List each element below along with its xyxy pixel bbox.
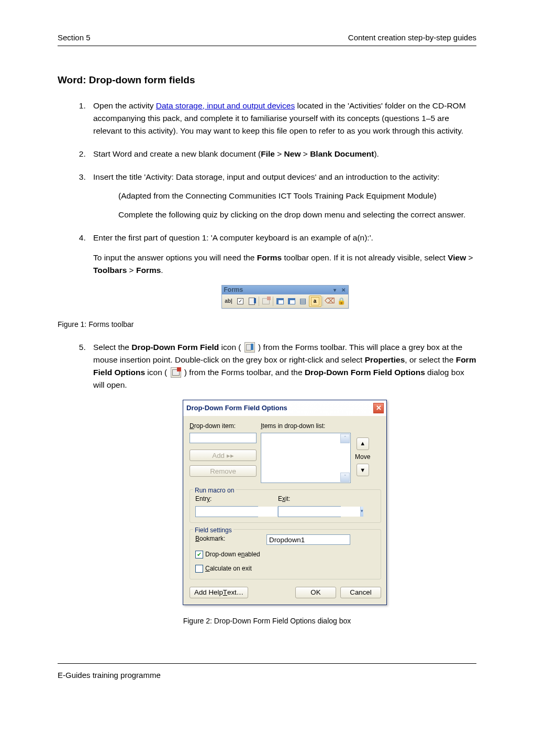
- step3-intro: Insert the title 'Activity: Data storage…: [93, 172, 440, 181]
- bookmark-label: Bookmark:: [195, 534, 262, 544]
- checkbox-checked-icon: ✔: [195, 551, 203, 558]
- toolbar-options-icon[interactable]: ▾: [331, 287, 339, 293]
- header-right: Content creation step-by-step guides: [348, 31, 476, 43]
- field-settings-group: Field settings Bookmark: ✔ Drop-down ena…: [190, 529, 381, 579]
- step2-a: Start Word and create a new blank docume…: [93, 149, 261, 158]
- steps-list-cont: Select the Drop-Down Form Field icon ( )…: [58, 341, 476, 605]
- dropdown-enabled-checkbox[interactable]: ✔ Drop-down enabled: [195, 550, 375, 560]
- dropdown-form-field-icon[interactable]: [246, 296, 258, 306]
- field-settings-label: Field settings: [193, 525, 233, 535]
- step1-text-pre: Open the activity: [93, 101, 156, 110]
- footer-rule: [58, 663, 476, 664]
- header-left: Section 5: [58, 31, 91, 43]
- footer-text: E-Guides training programme: [58, 669, 476, 681]
- move-label: Move: [355, 452, 370, 462]
- form-field-options-icon[interactable]: [260, 296, 272, 306]
- run-macro-group: Run macro on Entry: ▾ Exit: ▾: [190, 489, 381, 523]
- page-header: Section 5 Content creation step-by-step …: [58, 31, 476, 46]
- forms-toolbar-title: Forms: [224, 286, 243, 294]
- add-help-text-button[interactable]: Add Help Text…: [190, 587, 248, 598]
- scroll-down-icon[interactable]: ˅: [340, 473, 350, 482]
- step3-quote2: Complete the following quiz by clicking …: [118, 209, 476, 221]
- step4-line2: To input the answer options you will nee…: [93, 251, 476, 277]
- items-listbox[interactable]: ˄ ˅: [261, 433, 351, 483]
- entry-label: Entry:: [195, 494, 274, 504]
- checkbox-form-field-icon[interactable]: [235, 296, 246, 306]
- move-up-button[interactable]: ▲: [357, 437, 369, 450]
- forms-toolbar-body: ab| ▤ a ⌫ 🔒: [222, 294, 348, 308]
- menu-new: New: [284, 149, 301, 158]
- figure2-caption: Figure 2: Drop-Down Form Field Options d…: [58, 616, 476, 627]
- activity-link[interactable]: Data storage, input and output devices: [156, 101, 295, 110]
- step-4: Enter the first part of question 1: 'A c…: [88, 232, 476, 309]
- add-button[interactable]: Add ▸▸: [190, 450, 257, 461]
- step4-line1: Enter the first part of question 1: 'A c…: [93, 232, 476, 244]
- move-down-button[interactable]: ▼: [357, 464, 369, 476]
- dialog-titlebar: Drop-Down Form Field Options ✕: [183, 400, 386, 416]
- calculate-on-exit-checkbox[interactable]: Calculate on exit: [195, 564, 375, 574]
- forms-toolbar-titlebar: Forms ▾ ✕: [222, 286, 348, 294]
- forms-toolbar-figure: Forms ▾ ✕ ab| ▤ a: [93, 285, 476, 309]
- step-3: Insert the title 'Activity: Data storage…: [88, 171, 476, 221]
- page-title: Word: Drop-down form fields: [58, 72, 476, 87]
- bookmark-input[interactable]: [266, 534, 350, 545]
- form-field-options-icon: [171, 367, 181, 378]
- close-icon[interactable]: ✕: [373, 402, 384, 414]
- toolbar-separator: [259, 297, 259, 306]
- text-form-field-icon[interactable]: ab|: [223, 296, 235, 306]
- dialog-title: Drop-Down Form Field Options: [186, 403, 287, 413]
- entry-combo[interactable]: ▾: [195, 506, 258, 517]
- drop-down-item-input[interactable]: [190, 433, 257, 443]
- step-1: Open the activity Data storage, input an…: [88, 100, 476, 137]
- cancel-button[interactable]: Cancel: [340, 587, 381, 598]
- protect-form-icon[interactable]: 🔒: [336, 296, 347, 306]
- toolbar-close-icon[interactable]: ✕: [340, 287, 347, 293]
- reset-form-fields-icon[interactable]: ⌫: [324, 296, 336, 306]
- scroll-up-icon[interactable]: ˄: [340, 434, 350, 443]
- exit-label: Exit:: [278, 494, 341, 504]
- forms-toolbar: Forms ▾ ✕ ab| ▤ a: [221, 285, 349, 309]
- exit-combo[interactable]: ▾: [278, 506, 341, 517]
- step-2: Start Word and create a new blank docume…: [88, 148, 476, 160]
- dropdown-options-dialog: Drop-Down Form Field Options ✕ Drop-down…: [183, 400, 387, 605]
- menu-blank-document: Blank Document: [310, 149, 374, 158]
- toolbar-separator: [273, 297, 273, 306]
- run-macro-label: Run macro on: [193, 486, 236, 496]
- draw-table-icon[interactable]: [274, 296, 286, 306]
- toolbar-separator: [322, 297, 323, 306]
- checkbox-unchecked-icon: [195, 565, 203, 573]
- ok-button[interactable]: OK: [295, 587, 336, 598]
- step-5: Select the Drop-Down Form Field icon ( )…: [88, 341, 476, 605]
- menu-file: File: [261, 149, 275, 158]
- dropdown-form-field-icon: [244, 342, 255, 353]
- insert-table-icon[interactable]: [286, 296, 297, 306]
- steps-list: Open the activity Data storage, input an…: [58, 100, 476, 309]
- remove-button[interactable]: Remove: [190, 465, 257, 477]
- figure1-caption: Figure 1: Forms toolbar: [58, 319, 476, 331]
- insert-frame-icon[interactable]: ▤: [297, 296, 309, 306]
- drop-down-item-label: Drop-down item:: [190, 421, 257, 431]
- form-field-shading-icon[interactable]: a: [309, 295, 321, 307]
- step3-quote1: (Adapted from the Connecting Communities…: [118, 190, 476, 202]
- chevron-down-icon[interactable]: ▾: [360, 507, 363, 517]
- items-list-label: Items in drop-down list:: [261, 421, 351, 431]
- dialog-figure: Drop-Down Form Field Options ✕ Drop-down…: [93, 400, 476, 605]
